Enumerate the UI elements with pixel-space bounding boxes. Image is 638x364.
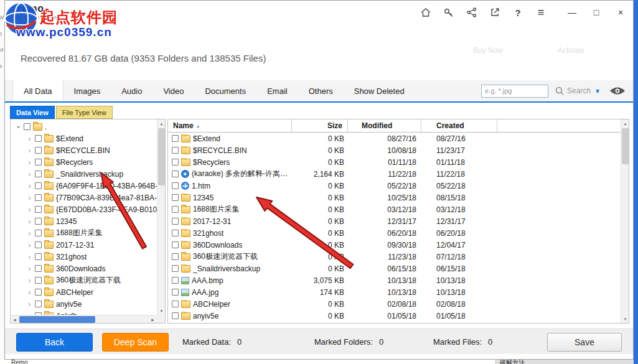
- tree-item[interactable]: ›1688图片采集: [16, 227, 157, 239]
- column-header-name[interactable]: Name ▲: [168, 119, 292, 132]
- checkbox[interactable]: [35, 147, 42, 154]
- preview-eye-icon[interactable]: [609, 86, 626, 96]
- checkbox[interactable]: [35, 277, 42, 284]
- tab-file-type-view[interactable]: File Type View: [56, 106, 113, 119]
- table-row[interactable]: ABCHelper0 KB02/08/1802/08/18: [168, 298, 621, 310]
- search-dropdown-icon[interactable]: ▼: [594, 88, 601, 95]
- filter-tab-others[interactable]: Others: [298, 80, 344, 101]
- tree-item[interactable]: ›321ghost: [16, 251, 157, 263]
- checkbox[interactable]: [35, 230, 42, 236]
- tree-item[interactable]: ›{E67DD0BA-233F-4EA9-B010-: [16, 203, 157, 215]
- maximize-button[interactable]: □: [590, 7, 603, 17]
- share-icon[interactable]: [466, 7, 477, 18]
- table-row[interactable]: $Recyclers0 KB01/11/1801/11/18: [168, 156, 621, 168]
- activate-label[interactable]: Activate: [558, 46, 584, 55]
- expand-chevron-icon[interactable]: ›: [16, 124, 22, 129]
- table-row[interactable]: 1.htm0 KB05/22/1805/22/18: [168, 180, 621, 192]
- scroll-up-icon[interactable]: ▲: [621, 119, 629, 128]
- table-row[interactable]: _Snaildriversbackup0 KB06/15/1806/15/18: [168, 263, 621, 274]
- checkbox[interactable]: [172, 170, 179, 177]
- table-row[interactable]: 2017-12-310 KB12/31/1712/31/17: [168, 215, 621, 227]
- checkbox[interactable]: [172, 206, 179, 213]
- table-row[interactable]: $Extend0 KB08/27/1608/27/16: [168, 133, 621, 144]
- expand-chevron-icon[interactable]: ›: [27, 230, 32, 237]
- checkbox[interactable]: [35, 265, 42, 272]
- checkbox[interactable]: [172, 147, 179, 154]
- expand-chevron-icon[interactable]: ›: [27, 301, 32, 308]
- tree-item[interactable]: ›2017-12-31: [16, 239, 157, 251]
- checkbox[interactable]: [172, 277, 179, 284]
- table-row[interactable]: anyiv5e0 KB01/05/1801/05/18: [168, 310, 621, 322]
- checkbox[interactable]: [35, 206, 42, 213]
- expand-chevron-icon[interactable]: ›: [27, 218, 32, 225]
- table-row[interactable]: 1688图片采集0 KB03/12/1803/12/18: [168, 203, 621, 215]
- table-row[interactable]: AAA.bmp3,075 KB10/13/1810/13/18: [168, 274, 621, 286]
- minimize-button[interactable]: —: [566, 7, 578, 17]
- back-button[interactable]: Back: [16, 333, 93, 352]
- checkbox[interactable]: [35, 218, 42, 225]
- expand-chevron-icon[interactable]: ›: [27, 206, 32, 213]
- filter-tab-images[interactable]: Images: [63, 80, 111, 101]
- filter-tab-video[interactable]: Video: [152, 80, 194, 101]
- checkbox[interactable]: [172, 194, 179, 201]
- scroll-up-icon[interactable]: ▲: [157, 119, 166, 128]
- expand-chevron-icon[interactable]: ›: [27, 182, 32, 190]
- menu-icon[interactable]: ≡: [535, 7, 547, 18]
- tab-data-view[interactable]: Data View: [10, 106, 55, 119]
- table-row[interactable]: 321ghost0 KB06/20/1806/20/18: [168, 227, 621, 239]
- tree-item[interactable]: ›Apkdb: [16, 310, 157, 315]
- tree-item[interactable]: ›{77B09C3A-839E-4ea7-81BA-E: [16, 192, 157, 203]
- checkbox[interactable]: [172, 182, 179, 189]
- scroll-down-icon[interactable]: ▼: [621, 315, 629, 323]
- checkbox[interactable]: [172, 265, 179, 272]
- scroll-left-icon[interactable]: ◀: [11, 315, 19, 324]
- tree-vertical-scrollbar[interactable]: ▲ ▼: [157, 119, 165, 315]
- filter-tab-documents[interactable]: Documents: [194, 80, 256, 101]
- table-row[interactable]: 123450 KB10/25/1808/15/18: [168, 192, 621, 203]
- key-icon[interactable]: [443, 7, 454, 18]
- tree-hscroll-thumb[interactable]: [19, 316, 95, 323]
- checkbox[interactable]: [172, 312, 179, 319]
- checkbox[interactable]: [35, 159, 42, 166]
- table-row[interactable]: (karaoke) 多余的解释-许嵩…2,164 KB11/22/1811/22…: [168, 168, 621, 180]
- checkbox[interactable]: [172, 301, 179, 307]
- expand-chevron-icon[interactable]: ›: [27, 289, 32, 296]
- tree-vscroll-thumb[interactable]: [158, 128, 165, 185]
- checkbox[interactable]: [24, 123, 30, 130]
- expand-chevron-icon[interactable]: ›: [27, 135, 32, 142]
- table-row[interactable]: $RECYCLE.BIN0 KB10/08/1811/23/17: [168, 144, 621, 156]
- tree-item[interactable]: ›$RECYCLE.BIN: [16, 144, 157, 156]
- checkbox[interactable]: [35, 253, 42, 260]
- tree-item[interactable]: ›360Downloads: [16, 263, 157, 274]
- checkbox[interactable]: [35, 170, 42, 177]
- table-row[interactable]: AAA.jpg174 KB10/13/1810/13/18: [168, 286, 621, 298]
- expand-chevron-icon[interactable]: ›: [27, 170, 32, 178]
- save-button[interactable]: Save: [547, 333, 622, 352]
- table-row[interactable]: 360极速浏览器下载0 KB11/23/1807/12/18: [168, 251, 621, 263]
- close-button[interactable]: ×: [614, 7, 627, 17]
- filter-tab-email[interactable]: Email: [256, 80, 298, 101]
- checkbox[interactable]: [35, 194, 42, 201]
- tree-item[interactable]: ›_Snaildriversbackup: [16, 168, 157, 180]
- filter-tab-all-data[interactable]: All Data: [12, 80, 63, 101]
- column-header-modified[interactable]: Modified: [348, 119, 421, 132]
- checkbox[interactable]: [172, 289, 179, 296]
- tree-item[interactable]: ›{6A09F9F4-1E8D-43BA-964B-3: [16, 180, 157, 192]
- tree-item[interactable]: ›ABCHelper: [16, 286, 157, 298]
- deep-scan-button[interactable]: Deep Scan: [102, 333, 169, 352]
- expand-chevron-icon[interactable]: ›: [27, 277, 32, 284]
- checkbox[interactable]: [172, 135, 179, 142]
- expand-chevron-icon[interactable]: ›: [27, 147, 32, 154]
- home-icon[interactable]: [420, 7, 431, 18]
- filter-tab-show-deleted[interactable]: Show Deleted: [344, 80, 415, 101]
- expand-chevron-icon[interactable]: ›: [27, 194, 32, 202]
- expand-chevron-icon[interactable]: ›: [27, 159, 32, 166]
- export-icon[interactable]: [489, 7, 500, 18]
- scroll-right-icon[interactable]: ▶: [149, 315, 157, 324]
- checkbox[interactable]: [35, 182, 42, 189]
- scroll-down-icon[interactable]: ▼: [157, 307, 166, 315]
- table-vertical-scrollbar[interactable]: ▲ ▼: [621, 119, 629, 323]
- expand-chevron-icon[interactable]: ›: [27, 253, 32, 261]
- table-vscroll-thumb[interactable]: [622, 128, 629, 164]
- column-header-created[interactable]: Created: [421, 119, 497, 132]
